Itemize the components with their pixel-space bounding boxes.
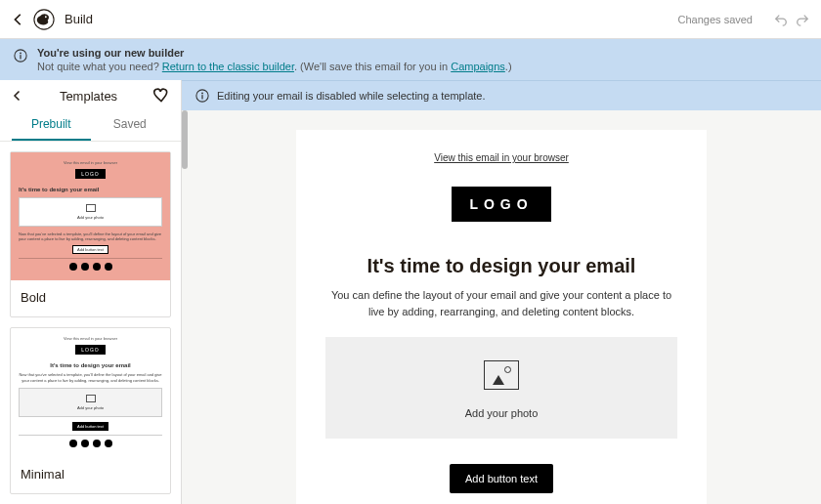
preview-photo-label: Add your photo bbox=[25, 405, 155, 410]
page-title: Build bbox=[65, 12, 93, 26]
template-preview: View this email in your browser LOGO It'… bbox=[11, 152, 170, 280]
template-card-bold[interactable]: View this email in your browser LOGO It'… bbox=[10, 151, 171, 317]
notice-text: Editing your email is disabled while sel… bbox=[217, 90, 486, 102]
info-icon bbox=[195, 89, 209, 103]
template-card-minimal[interactable]: View this email in your browser LOGO It'… bbox=[10, 327, 171, 493]
svg-point-3 bbox=[20, 53, 22, 55]
email-canvas: View this email in your browser LOGO It'… bbox=[182, 110, 821, 504]
editing-disabled-notice: Editing your email is disabled while sel… bbox=[182, 80, 821, 110]
template-tabs: Prebuilt Saved bbox=[0, 111, 181, 142]
preview-logo: LOGO bbox=[75, 345, 105, 355]
panel-title: Templates bbox=[23, 89, 153, 104]
banner-heading: You're using our new builder bbox=[37, 47, 184, 59]
svg-rect-4 bbox=[20, 55, 21, 59]
favorite-icon[interactable] bbox=[153, 88, 169, 104]
preview-button: Add button text bbox=[72, 245, 108, 254]
undo-icon[interactable] bbox=[774, 13, 788, 26]
email-logo[interactable]: LOGO bbox=[452, 187, 550, 222]
cta-button[interactable]: Add button text bbox=[450, 464, 553, 493]
template-name: Minimal bbox=[11, 457, 170, 493]
panel-back-icon[interactable] bbox=[12, 90, 23, 102]
photo-label: Add your photo bbox=[325, 407, 677, 419]
preview-headline: It's time to design your email bbox=[19, 187, 162, 192]
banner-text: .) bbox=[505, 61, 512, 72]
image-placeholder-icon bbox=[484, 360, 519, 390]
preview-button: Add button text bbox=[72, 422, 108, 431]
scrollbar-thumb[interactable] bbox=[182, 110, 188, 169]
back-icon[interactable] bbox=[12, 13, 25, 26]
template-preview: View this email in your browser LOGO It'… bbox=[11, 328, 170, 456]
preview-logo: LOGO bbox=[75, 169, 105, 179]
svg-point-1 bbox=[45, 16, 47, 18]
mailchimp-logo-icon bbox=[33, 9, 55, 30]
templates-panel: Templates Prebuilt Saved View this email… bbox=[0, 80, 182, 504]
preview-photo-label: Add your photo bbox=[25, 215, 155, 220]
tab-saved[interactable]: Saved bbox=[91, 111, 170, 141]
email-headline[interactable]: It's time to design your email bbox=[325, 255, 677, 277]
save-status: Changes saved bbox=[678, 14, 753, 25]
new-builder-banner: You're using our new builder Not quite w… bbox=[0, 39, 821, 80]
redo-icon[interactable] bbox=[796, 13, 809, 26]
return-classic-link[interactable]: Return to the classic builder bbox=[162, 61, 294, 72]
svg-rect-7 bbox=[201, 95, 202, 99]
banner-text: . (We'll save this email for you in bbox=[294, 61, 451, 72]
banner-text: Not quite what you need? bbox=[37, 61, 162, 72]
preview-view-link: View this email in your browser bbox=[19, 336, 162, 341]
preview-desc: Now that you've selected a template, you… bbox=[19, 372, 162, 382]
email-subtext[interactable]: You can define the layout of your email … bbox=[325, 287, 677, 319]
photo-block[interactable]: Add your photo bbox=[325, 337, 677, 439]
info-icon bbox=[14, 49, 27, 63]
view-in-browser-link[interactable]: View this email in your browser bbox=[434, 152, 569, 163]
preview-view-link: View this email in your browser bbox=[19, 160, 162, 165]
template-name: Bold bbox=[11, 280, 170, 316]
preview-desc: Now that you've selected a template, you… bbox=[19, 231, 162, 241]
tab-prebuilt[interactable]: Prebuilt bbox=[12, 111, 91, 141]
top-bar: Build Changes saved bbox=[0, 0, 821, 39]
campaigns-link[interactable]: Campaigns bbox=[451, 61, 505, 72]
svg-point-6 bbox=[201, 93, 203, 95]
preview-headline: It's time to design your email bbox=[19, 362, 162, 368]
email-preview: View this email in your browser LOGO It'… bbox=[296, 130, 707, 504]
